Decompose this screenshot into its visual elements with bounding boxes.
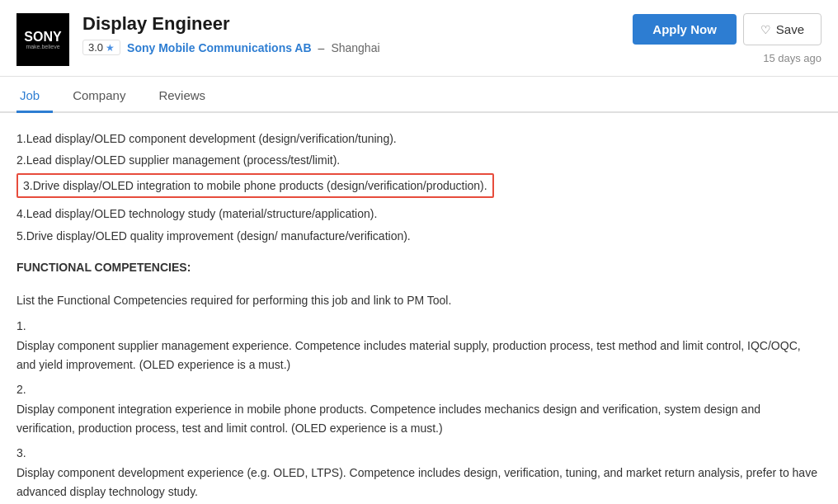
competency-2-text: Display component integration experience… <box>16 400 822 437</box>
company-name[interactable]: Sony Mobile Communications AB <box>127 41 312 54</box>
days-ago: 15 days ago <box>763 52 822 64</box>
action-buttons: Apply Now ♡ Save <box>633 13 822 45</box>
tab-company[interactable]: Company <box>69 80 139 113</box>
logo-sony-text: SONY <box>24 30 61 45</box>
company-row: 3.0 ★ Sony Mobile Communications AB – Sh… <box>82 40 633 55</box>
job-location: Shanghai <box>331 41 379 54</box>
job-header: SONY make.believe Display Engineer 3.0 ★… <box>0 0 838 77</box>
list-item-3-highlighted: 3.Drive display/OLED integration to mobi… <box>16 173 494 198</box>
list-item-5-text: 5.Drive display/OLED quality improvement… <box>16 229 411 243</box>
functional-competencies-heading: FUNCTIONAL COMPETENCIES: <box>16 258 822 276</box>
save-button[interactable]: ♡ Save <box>743 13 822 45</box>
separator: – <box>318 41 325 54</box>
list-item-1: 1.Lead display/OLED component developmen… <box>16 130 822 148</box>
list-item-1-text: 1.Lead display/OLED component developmen… <box>16 132 397 145</box>
company-logo: SONY make.believe <box>16 13 69 66</box>
tab-job[interactable]: Job <box>16 80 53 113</box>
competency-number-3: 3. <box>16 444 822 462</box>
competency-1-text: Display component supplier management ex… <box>16 337 822 374</box>
save-label: Save <box>776 22 804 36</box>
competency-number-1: 1. <box>16 317 822 335</box>
tab-reviews[interactable]: Reviews <box>155 80 219 113</box>
star-icon: ★ <box>106 42 115 54</box>
competency-number-2: 2. <box>16 380 822 398</box>
rating-badge: 3.0 ★ <box>82 40 120 55</box>
rating-value: 3.0 <box>88 41 103 54</box>
job-content: 1.Lead display/OLED component developmen… <box>0 113 838 504</box>
list-item-2-text: 2.Lead display/OLED supplier management … <box>16 153 340 167</box>
tab-bar: Job Company Reviews <box>0 80 838 113</box>
list-item-4-text: 4.Lead display/OLED technology study (ma… <box>16 207 377 220</box>
list-item-5: 5.Drive display/OLED quality improvement… <box>16 227 822 245</box>
competency-3-text: Display component development experience… <box>16 464 822 501</box>
intro-paragraph: List the Functional Competencies require… <box>16 291 822 309</box>
job-info: Display Engineer 3.0 ★ Sony Mobile Commu… <box>82 13 633 55</box>
apply-now-button[interactable]: Apply Now <box>633 14 737 45</box>
heart-icon: ♡ <box>760 23 771 36</box>
list-item-3: 3.Drive display/OLED integration to mobi… <box>16 173 822 201</box>
logo-tagline: make.believe <box>24 44 61 49</box>
list-item-2: 2.Lead display/OLED supplier management … <box>16 151 822 169</box>
job-title: Display Engineer <box>82 13 633 35</box>
header-actions: Apply Now ♡ Save 15 days ago <box>633 13 822 64</box>
list-item-4: 4.Lead display/OLED technology study (ma… <box>16 205 822 223</box>
